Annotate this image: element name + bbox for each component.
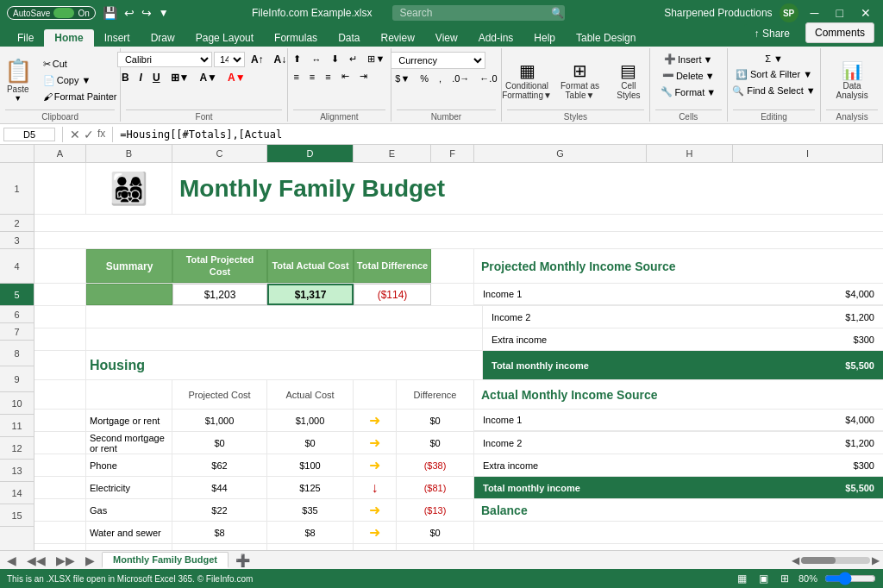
- font-size-select[interactable]: 14: [214, 52, 245, 67]
- tab-table-design[interactable]: Table Design: [566, 29, 646, 47]
- undo-icon[interactable]: ↩: [124, 6, 135, 20]
- find-select-button[interactable]: 🔍 Find & Select ▼: [728, 84, 819, 98]
- page-layout-view-button[interactable]: ▣: [756, 572, 771, 585]
- row-14[interactable]: 14: [0, 482, 34, 504]
- normal-view-button[interactable]: ▦: [735, 572, 749, 585]
- tab-insert[interactable]: Insert: [94, 29, 141, 47]
- add-sheet-button[interactable]: ➕: [232, 554, 254, 567]
- tab-page-layout[interactable]: Page Layout: [185, 29, 264, 47]
- format-as-table-button[interactable]: ⊞ Format asTable▼: [558, 53, 603, 108]
- borders-button[interactable]: ⊞▼: [166, 70, 194, 85]
- row-11[interactable]: 11: [0, 415, 34, 437]
- delete-cells-button[interactable]: ➖ Delete ▼: [658, 68, 719, 83]
- col-B[interactable]: B: [86, 145, 172, 162]
- sheet-nav-prev[interactable]: ◀: [3, 554, 20, 567]
- merge-button[interactable]: ⊞▼: [363, 52, 389, 66]
- col-E[interactable]: E: [354, 145, 431, 162]
- row-12[interactable]: 12: [0, 437, 34, 460]
- insert-cells-button[interactable]: ➕ Insert ▼: [660, 52, 717, 66]
- font-color-button[interactable]: A▼: [223, 70, 250, 85]
- paste-button[interactable]: 📋 Paste ▼: [0, 53, 37, 108]
- redo-icon[interactable]: ↪: [141, 6, 152, 20]
- zoom-slider[interactable]: [824, 572, 876, 585]
- row-9[interactable]: 9: [0, 366, 34, 392]
- sheet-nav-prev2[interactable]: ◀◀: [23, 554, 49, 567]
- row-8[interactable]: 8: [0, 341, 34, 366]
- indent-increase-button[interactable]: ⇥: [355, 69, 372, 84]
- comments-button[interactable]: Comments: [805, 22, 874, 43]
- tab-review[interactable]: Review: [370, 29, 424, 47]
- align-left-button[interactable]: ≡: [289, 70, 303, 84]
- col-H[interactable]: H: [647, 145, 733, 162]
- tab-draw[interactable]: Draw: [141, 29, 185, 47]
- row-5[interactable]: 5: [0, 284, 34, 306]
- insert-function-icon[interactable]: fx: [97, 128, 105, 141]
- autosave-toggle[interactable]: [53, 8, 74, 18]
- percent-button[interactable]: %: [416, 72, 433, 85]
- underline-button[interactable]: U: [148, 70, 165, 85]
- format-painter-button[interactable]: 🖌 Format Painter: [39, 90, 122, 103]
- tab-help[interactable]: Help: [523, 29, 566, 47]
- align-bottom-button[interactable]: ⬇: [327, 52, 343, 66]
- row-13[interactable]: 13: [0, 460, 34, 482]
- col-F[interactable]: F: [431, 145, 474, 162]
- name-box[interactable]: [3, 128, 55, 141]
- col-D[interactable]: D: [267, 145, 354, 162]
- tab-file[interactable]: File: [7, 29, 44, 47]
- font-family-select[interactable]: Calibri: [117, 52, 212, 67]
- search-input[interactable]: [392, 5, 565, 21]
- formula-input[interactable]: [120, 128, 880, 141]
- row-15[interactable]: 15: [0, 504, 34, 527]
- cancel-formula-icon[interactable]: ✕: [70, 128, 80, 141]
- sheet-nav-next2[interactable]: ▶▶: [53, 554, 78, 567]
- decimal-decrease-button[interactable]: ←.0: [475, 72, 501, 85]
- indent-decrease-button[interactable]: ⇤: [337, 69, 354, 84]
- align-center-button[interactable]: ≡: [305, 70, 319, 84]
- number-format-select[interactable]: Currency: [391, 52, 485, 69]
- row-2[interactable]: 2: [0, 215, 34, 232]
- row-10[interactable]: 10: [0, 392, 34, 415]
- customize-icon[interactable]: ▼: [159, 7, 169, 19]
- scroll-right-icon[interactable]: ▶: [872, 554, 880, 566]
- cell-styles-button[interactable]: ▤ Cell Styles: [606, 53, 652, 108]
- tab-addins[interactable]: Add-ins: [468, 29, 524, 47]
- tab-formulas[interactable]: Formulas: [264, 29, 328, 47]
- tab-view[interactable]: View: [425, 29, 468, 47]
- scroll-left-icon[interactable]: ◀: [792, 554, 799, 566]
- data-analysis-button[interactable]: 📊 Data Analysis: [826, 53, 878, 108]
- bold-button[interactable]: B: [117, 70, 134, 85]
- row-6[interactable]: 6: [0, 306, 34, 323]
- comma-button[interactable]: ,: [435, 72, 446, 85]
- sheet-tab-budget[interactable]: Monthly Family Budget: [102, 552, 229, 568]
- align-right-button[interactable]: ≡: [321, 70, 335, 84]
- page-break-view-button[interactable]: ⊞: [778, 572, 792, 585]
- wrap-text-button[interactable]: ↵: [345, 52, 361, 66]
- fill-color-button[interactable]: A▼: [195, 70, 222, 85]
- sum-button[interactable]: Σ ▼: [761, 52, 787, 66]
- increase-font-button[interactable]: A↑: [247, 52, 268, 67]
- decimal-increase-button[interactable]: .0→: [448, 72, 473, 85]
- cut-button[interactable]: ✂ Cut: [39, 57, 122, 72]
- accounting-button[interactable]: $▼: [391, 72, 414, 85]
- sort-filter-button[interactable]: 🔃 Sort & Filter ▼: [731, 67, 817, 82]
- align-middle-button[interactable]: ↔: [307, 53, 325, 66]
- sheet-nav-next[interactable]: ▶: [82, 554, 98, 567]
- save-icon[interactable]: 💾: [103, 6, 117, 20]
- row-3[interactable]: 3: [0, 232, 34, 249]
- conditional-formatting-button[interactable]: ▦ ConditionalFormatting▼: [500, 53, 554, 108]
- autosave-badge[interactable]: AutoSave On: [7, 6, 96, 20]
- align-top-button[interactable]: ⬆: [289, 52, 305, 66]
- copy-button[interactable]: 📄 Copy ▼: [39, 73, 122, 88]
- col-C[interactable]: C: [172, 145, 267, 162]
- row-7[interactable]: 7: [0, 323, 34, 341]
- col-A[interactable]: A: [34, 145, 86, 162]
- row-1[interactable]: 1: [0, 163, 34, 215]
- col-I[interactable]: I: [733, 145, 883, 162]
- tab-home[interactable]: Home: [44, 29, 93, 47]
- format-cells-button[interactable]: 🔧 Format ▼: [656, 84, 720, 99]
- confirm-formula-icon[interactable]: ✓: [84, 128, 94, 141]
- row-4[interactable]: 4: [0, 249, 34, 284]
- col-G[interactable]: G: [474, 145, 647, 162]
- tab-data[interactable]: Data: [328, 29, 370, 47]
- italic-button[interactable]: I: [135, 70, 147, 85]
